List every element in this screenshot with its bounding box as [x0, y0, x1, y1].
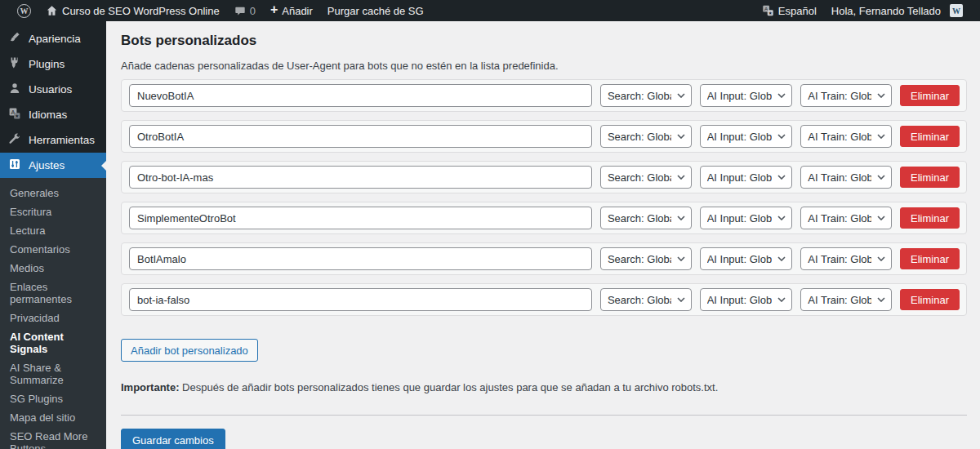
ai-input-select-wrap: AI Input: Global	[700, 288, 793, 311]
bot-row: Search: Global AI Input: Global AI Train…	[121, 283, 967, 316]
ai-input-select[interactable]: AI Input: Global	[700, 288, 793, 311]
ai-input-select[interactable]: AI Input: Global	[700, 166, 793, 189]
search-select[interactable]: Search: Global	[600, 84, 692, 107]
bot-list: Search: Global AI Input: Global AI Train…	[121, 79, 967, 316]
ai-train-select-wrap: AI Train: Global	[800, 166, 892, 189]
brush-icon	[8, 31, 21, 47]
site-name-label: Curso de SEO WordPress Online	[62, 5, 220, 17]
important-note-label: Importante:	[121, 381, 180, 393]
sidebar-item-label: Herramientas	[29, 134, 95, 146]
ai-train-select[interactable]: AI Train: Global	[800, 247, 892, 270]
delete-bot-button[interactable]: Eliminar	[900, 126, 960, 147]
sidebar-item-idiomas[interactable]: A★ Idiomas	[0, 102, 106, 127]
bot-row: Search: Global AI Input: Global AI Train…	[121, 79, 967, 112]
account-menu[interactable]: Hola, Fernando Tellado W	[824, 4, 970, 17]
search-select[interactable]: Search: Global	[600, 166, 692, 189]
ai-train-select[interactable]: AI Train: Global	[800, 84, 892, 107]
wp-logo-menu[interactable]: W	[10, 0, 38, 21]
ai-input-select-wrap: AI Input: Global	[700, 125, 793, 148]
settings-icon	[8, 158, 21, 173]
save-changes-button[interactable]: Guardar cambios	[121, 429, 225, 449]
site-name-link[interactable]: Curso de SEO WordPress Online	[38, 0, 227, 21]
submenu-enlaces-permanentes[interactable]: Enlaces permanentes	[0, 278, 106, 309]
admin-bar: W Curso de SEO WordPress Online 0 + Añad…	[0, 0, 980, 21]
sidebar-item-herramientas[interactable]: Herramientas	[0, 127, 106, 153]
ai-input-select[interactable]: AI Input: Global	[700, 84, 793, 107]
sidebar-item-usuarios[interactable]: Usuarios	[0, 77, 106, 102]
language-switcher[interactable]: A★ Español	[755, 5, 824, 17]
search-select[interactable]: Search: Global	[600, 247, 692, 270]
new-content-link[interactable]: + Añadir	[263, 0, 320, 21]
avatar: W	[950, 4, 963, 17]
sidebar-item-plugins[interactable]: Plugins	[0, 51, 106, 77]
bot-row: Search: Global AI Input: Global AI Train…	[121, 161, 967, 193]
bot-row: Search: Global AI Input: Global AI Train…	[121, 242, 967, 275]
ai-input-select[interactable]: AI Input: Global	[700, 125, 793, 148]
ai-train-select[interactable]: AI Train: Global	[800, 207, 892, 229]
bot-row: Search: Global AI Input: Global AI Train…	[121, 202, 967, 234]
delete-bot-button[interactable]: Eliminar	[900, 289, 960, 310]
delete-bot-button[interactable]: Eliminar	[900, 167, 960, 188]
sidebar-item-apariencia[interactable]: Apariencia	[0, 26, 106, 51]
important-note-text: Después de añadir bots personalizados ti…	[180, 381, 719, 393]
ai-train-select[interactable]: AI Train: Global	[800, 166, 892, 189]
search-select[interactable]: Search: Global	[600, 288, 692, 311]
important-note: Importante: Después de añadir bots perso…	[121, 381, 967, 393]
admin-bar-right: A★ Español Hola, Fernando Tellado W	[755, 4, 970, 17]
ai-train-select-wrap: AI Train: Global	[800, 84, 892, 107]
sidebar-item-label: Idiomas	[29, 109, 67, 121]
wrench-icon	[8, 132, 21, 148]
search-select-wrap: Search: Global	[600, 207, 692, 229]
ai-train-select[interactable]: AI Train: Global	[800, 288, 892, 311]
search-select[interactable]: Search: Global	[600, 125, 692, 148]
purge-cache-link[interactable]: Purgar caché de SG	[320, 0, 431, 21]
submenu-medios[interactable]: Medios	[0, 259, 106, 278]
plugin-icon	[8, 56, 21, 72]
bot-row: Search: Global AI Input: Global AI Train…	[121, 120, 967, 153]
ai-train-select-wrap: AI Train: Global	[800, 207, 892, 229]
translate-icon: A★	[8, 107, 21, 122]
search-select-wrap: Search: Global	[600, 84, 692, 107]
submenu-mapa-del-sitio[interactable]: Mapa del sitio	[0, 408, 106, 427]
bot-name-input[interactable]	[129, 288, 592, 311]
page-title: Bots personalizados	[121, 33, 967, 49]
new-content-label: Añadir	[282, 5, 313, 17]
search-select[interactable]: Search: Global	[600, 207, 692, 229]
ai-train-select-wrap: AI Train: Global	[800, 125, 892, 148]
ai-input-select[interactable]: AI Input: Global	[700, 207, 793, 229]
ai-input-select-wrap: AI Input: Global	[700, 247, 793, 270]
search-select-wrap: Search: Global	[600, 166, 692, 189]
ai-input-select[interactable]: AI Input: Global	[700, 247, 793, 270]
wordpress-logo-icon: W	[17, 4, 31, 18]
bot-name-input[interactable]	[129, 247, 592, 270]
comment-icon	[234, 6, 246, 16]
sidebar-item-label: Usuarios	[29, 83, 72, 96]
bot-name-input[interactable]	[129, 125, 592, 148]
bot-name-input[interactable]	[129, 166, 592, 189]
users-icon	[8, 82, 21, 97]
sidebar-item-label: Plugins	[29, 58, 65, 70]
submenu-escritura[interactable]: Escritura	[0, 202, 106, 221]
add-custom-bot-button[interactable]: Añadir bot personalizado	[121, 339, 258, 362]
submenu-comentarios[interactable]: Comentarios	[0, 240, 106, 259]
submenu-ai-share-summarize[interactable]: AI Share & Summarize	[0, 358, 106, 389]
sidebar-item-ajustes[interactable]: Ajustes	[0, 153, 106, 178]
ai-input-select-wrap: AI Input: Global	[700, 207, 793, 229]
ajustes-submenu: Generales Escritura Lectura Comentarios …	[0, 178, 106, 449]
bot-name-input[interactable]	[129, 84, 592, 107]
submenu-sg-plugins[interactable]: SG Plugins	[0, 389, 106, 408]
submenu-seo-read-more-buttons[interactable]: SEO Read More Buttons	[0, 427, 106, 449]
bot-name-input[interactable]	[129, 207, 592, 229]
delete-bot-button[interactable]: Eliminar	[900, 207, 960, 229]
delete-bot-button[interactable]: Eliminar	[900, 248, 960, 269]
delete-bot-button[interactable]: Eliminar	[900, 85, 960, 106]
translate-icon: A★	[762, 5, 774, 16]
submenu-lectura[interactable]: Lectura	[0, 221, 106, 240]
submenu-privacidad[interactable]: Privacidad	[0, 309, 106, 327]
submenu-generales[interactable]: Generales	[0, 184, 106, 202]
ai-train-select[interactable]: AI Train: Global	[800, 125, 892, 148]
search-select-wrap: Search: Global	[600, 288, 692, 311]
submenu-ai-content-signals[interactable]: AI Content Signals	[0, 327, 106, 358]
ai-train-select-wrap: AI Train: Global	[800, 288, 892, 311]
comments-link[interactable]: 0	[227, 0, 263, 21]
